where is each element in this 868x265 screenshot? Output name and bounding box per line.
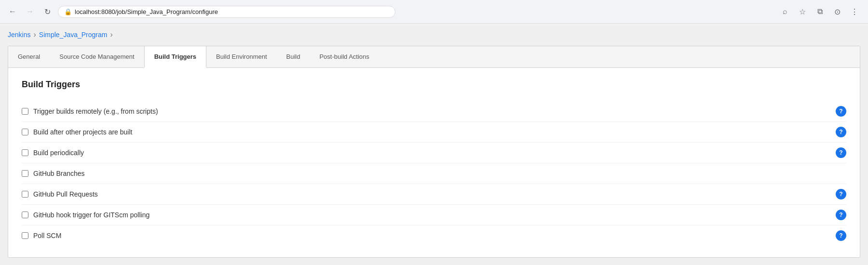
trigger-github-hook-help-icon[interactable]: ? [836,210,846,220]
trigger-github-branches-checkbox[interactable] [22,170,28,177]
back-button[interactable]: ← [6,5,19,18]
refresh-button[interactable]: ↻ [41,5,54,18]
page-content: Jenkins › Simple_Java_Program › General … [0,24,868,265]
trigger-github-branches-label: GitHub Branches [33,170,830,177]
search-icon-button[interactable]: ⌕ [777,4,793,19]
tab-build-triggers[interactable]: Build Triggers [144,46,206,68]
menu-icon: ⋮ [851,7,858,16]
menu-button[interactable]: ⋮ [847,4,862,19]
breadcrumb-sep-1: › [33,30,36,39]
trigger-periodically-checkbox[interactable] [22,149,28,156]
trigger-github-pull-requests-help-icon[interactable]: ? [836,189,846,199]
main-panel: General Source Code Management Build Tri… [8,46,860,258]
browser-chrome: ← → ↻ 🔒 localhost:8080/job/Simple_Java_P… [0,0,868,24]
url-text: localhost:8080/job/Simple_Java_Program/c… [75,8,389,15]
trigger-item-trigger-after-other: Build after other projects are built? [22,122,846,143]
trigger-poll-scm-help-icon[interactable]: ? [836,230,846,241]
browser-toolbar: ← → ↻ 🔒 localhost:8080/job/Simple_Java_P… [0,0,868,23]
forward-icon: → [26,7,34,16]
extensions-button[interactable]: ⧉ [812,4,827,19]
back-icon: ← [9,7,16,16]
trigger-list: Trigger builds remotely (e.g., from scri… [22,101,846,246]
trigger-item-trigger-github-hook: GitHub hook trigger for GITScm polling? [22,205,846,225]
trigger-item-trigger-github-branches: GitHub Branches [22,163,846,184]
breadcrumb-project-link[interactable]: Simple_Java_Program [39,31,108,39]
trigger-github-pull-requests-label: GitHub Pull Requests [33,190,830,198]
trigger-github-pull-requests-checkbox[interactable] [22,191,28,198]
star-icon: ☆ [799,7,806,16]
tab-source-code-management[interactable]: Source Code Management [50,46,144,68]
trigger-item-trigger-poll-scm: Poll SCM? [22,225,846,246]
trigger-after-other-label: Build after other projects are built [33,128,830,136]
tab-build[interactable]: Build [277,46,310,68]
search-icon: ⌕ [783,7,787,16]
trigger-after-other-checkbox[interactable] [22,129,28,135]
section-title: Build Triggers [22,80,846,90]
profile-icon: ⊙ [834,7,841,16]
extensions-icon: ⧉ [817,7,823,16]
trigger-remote-checkbox[interactable] [22,108,28,115]
trigger-github-hook-checkbox[interactable] [22,212,28,218]
trigger-remote-help-icon[interactable]: ? [836,106,846,117]
breadcrumb-sep-2: › [110,30,112,39]
trigger-poll-scm-checkbox[interactable] [22,232,28,239]
refresh-icon: ↻ [44,7,51,16]
profile-button[interactable]: ⊙ [829,4,845,19]
address-bar[interactable]: 🔒 localhost:8080/job/Simple_Java_Program… [58,6,395,18]
trigger-periodically-help-icon[interactable]: ? [836,147,846,158]
trigger-item-trigger-periodically: Build periodically? [22,143,846,163]
trigger-after-other-help-icon[interactable]: ? [836,127,846,137]
toolbar-icons: ⌕ ☆ ⧉ ⊙ ⋮ [777,4,862,19]
tab-build-environment[interactable]: Build Environment [206,46,277,68]
tab-content-build-triggers: Build Triggers Trigger builds remotely (… [8,68,860,257]
breadcrumb: Jenkins › Simple_Java_Program › [0,24,868,46]
breadcrumb-jenkins-link[interactable]: Jenkins [8,31,30,39]
trigger-poll-scm-label: Poll SCM [33,232,830,239]
bookmark-star-button[interactable]: ☆ [795,4,810,19]
trigger-github-hook-label: GitHub hook trigger for GITScm polling [33,211,830,219]
lock-icon: 🔒 [64,8,72,15]
trigger-periodically-label: Build periodically [33,149,830,157]
trigger-remote-label: Trigger builds remotely (e.g., from scri… [33,107,830,115]
trigger-github-branches-help-spacer [836,168,846,179]
tab-general[interactable]: General [8,46,50,68]
trigger-item-trigger-github-pull-requests: GitHub Pull Requests? [22,184,846,205]
tabs-bar: General Source Code Management Build Tri… [8,46,860,68]
forward-button[interactable]: → [23,5,37,18]
tab-post-build-actions[interactable]: Post-build Actions [310,46,379,68]
trigger-item-trigger-remote: Trigger builds remotely (e.g., from scri… [22,101,846,122]
